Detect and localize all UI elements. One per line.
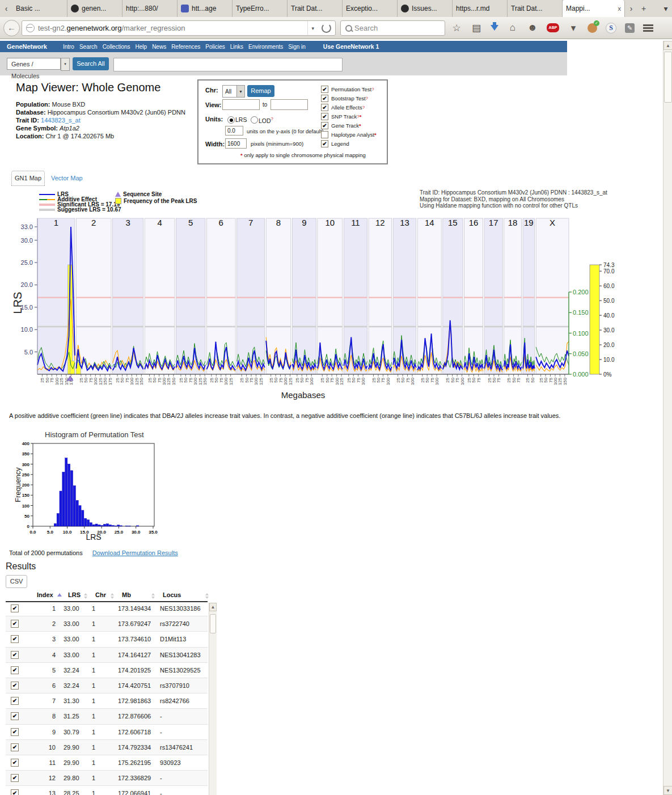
table-scrollbar[interactable]: ▲ bbox=[209, 603, 217, 795]
sort-asc-icon[interactable] bbox=[57, 593, 62, 597]
tab-vector-map[interactable]: Vector Map bbox=[51, 175, 83, 181]
back-button[interactable]: ← bbox=[3, 20, 20, 36]
bookmark-star-icon[interactable]: ☆ bbox=[451, 22, 462, 34]
tab-scroll-left-button[interactable]: ‹ bbox=[0, 0, 12, 17]
checkbox-haplotype-analyst[interactable] bbox=[321, 131, 328, 138]
nav-item-links[interactable]: Links bbox=[230, 44, 243, 50]
page-scrollbar[interactable]: ▲ ▼ bbox=[663, 41, 672, 795]
nav-item-policies[interactable]: Policies bbox=[205, 44, 225, 50]
help-icon[interactable]: ? bbox=[366, 96, 368, 101]
menu-hamburger-icon[interactable] bbox=[643, 24, 653, 32]
column-header-chr[interactable]: Chr bbox=[95, 591, 106, 598]
width-input[interactable] bbox=[225, 138, 247, 149]
browser-tab[interactable]: genen... bbox=[67, 0, 122, 17]
row-checkbox[interactable]: ✔ bbox=[11, 635, 19, 643]
adblock-caret-icon[interactable]: ▾ bbox=[568, 22, 579, 34]
lod-radio[interactable] bbox=[251, 116, 258, 124]
page-scroll-down-icon[interactable]: ▼ bbox=[663, 786, 672, 795]
row-checkbox[interactable]: ✔ bbox=[11, 774, 19, 782]
global-search-input[interactable] bbox=[113, 58, 343, 71]
nav-item-search[interactable]: Search bbox=[79, 44, 98, 50]
column-header-locus[interactable]: Locus bbox=[163, 591, 181, 598]
use-genenetwork1-link[interactable]: Use GeneNetwork 1 bbox=[323, 43, 379, 50]
column-header-index[interactable]: Index bbox=[37, 591, 53, 598]
sort-icon[interactable] bbox=[205, 593, 209, 599]
browser-tab[interactable]: Issues... bbox=[398, 0, 453, 17]
bookmarks-clipboard-icon[interactable]: ▤ bbox=[471, 22, 482, 34]
row-checkbox[interactable]: ✔ bbox=[11, 697, 19, 705]
checkbox-permutation-test[interactable]: ✔ bbox=[321, 86, 328, 93]
sort-icon[interactable] bbox=[151, 593, 155, 599]
row-checkbox[interactable]: ✔ bbox=[11, 712, 19, 720]
s-extension-icon[interactable]: S bbox=[606, 23, 616, 33]
row-checkbox[interactable]: ✔ bbox=[11, 789, 19, 795]
chromosome-select[interactable]: All▼ bbox=[222, 85, 245, 98]
search-category-caret[interactable]: ▾ bbox=[61, 58, 70, 71]
url-bar[interactable]: test-gn2.genenetwork.org/marker_regressi… bbox=[22, 20, 336, 36]
remap-button[interactable]: Remap bbox=[247, 85, 274, 97]
browser-tab-active[interactable]: Mappi...x bbox=[563, 0, 625, 17]
row-checkbox[interactable]: ✔ bbox=[11, 604, 19, 612]
column-header-mb[interactable]: Mb bbox=[122, 591, 131, 598]
checkbox-gene-track[interactable]: ✔ bbox=[321, 122, 328, 129]
column-header-lrs[interactable]: LRS bbox=[68, 591, 81, 598]
search-category-select[interactable]: Genes / Molecules bbox=[7, 58, 61, 70]
checkbox-bootstrap-test[interactable]: ✔ bbox=[321, 95, 328, 102]
row-checkbox[interactable]: ✔ bbox=[11, 651, 19, 659]
row-checkbox[interactable]: ✔ bbox=[11, 759, 19, 767]
row-checkbox[interactable]: ✔ bbox=[11, 743, 19, 751]
tab-gn1-map[interactable]: GN1 Map bbox=[11, 171, 45, 186]
close-icon[interactable]: x bbox=[618, 5, 622, 12]
checkbox-snp-track[interactable]: ✔ bbox=[321, 113, 328, 120]
sort-icon[interactable] bbox=[111, 593, 115, 599]
view-to-input[interactable] bbox=[271, 99, 308, 110]
help-icon[interactable]: ? bbox=[362, 105, 365, 110]
home-icon[interactable]: ⌂ bbox=[507, 22, 518, 33]
nav-item-sign-in[interactable]: Sign in bbox=[288, 44, 306, 50]
site-identity-icon[interactable] bbox=[26, 24, 35, 32]
browser-search-field[interactable]: Search bbox=[340, 20, 445, 36]
csv-button[interactable]: CSV bbox=[6, 575, 27, 588]
table-scrollbar-thumb[interactable] bbox=[210, 614, 216, 633]
genenetwork-brand[interactable]: GeneNetwork bbox=[7, 43, 47, 50]
browser-tab[interactable]: Basic ... bbox=[12, 0, 67, 17]
view-from-input[interactable] bbox=[222, 99, 260, 110]
new-tab-button[interactable]: + bbox=[637, 0, 650, 17]
tab-overflow-button[interactable]: › bbox=[625, 0, 637, 17]
row-checkbox[interactable]: ✔ bbox=[11, 682, 19, 690]
browser-tab[interactable]: Trait Dat... bbox=[288, 0, 343, 17]
download-permutation-link[interactable]: Download Permutation Results bbox=[92, 549, 178, 556]
checkbox-allele-effects[interactable]: ✔ bbox=[321, 104, 328, 111]
browser-tab[interactable]: htt...age bbox=[177, 0, 233, 17]
table-scroll-up-icon[interactable]: ▲ bbox=[209, 603, 217, 611]
help-icon[interactable]: ? bbox=[371, 87, 374, 92]
row-checkbox[interactable]: ✔ bbox=[11, 666, 19, 674]
row-checkbox[interactable]: ✔ bbox=[11, 728, 19, 736]
nav-item-intro[interactable]: Intro bbox=[63, 44, 74, 50]
trait-id-link[interactable]: 1443823_s_at bbox=[41, 117, 81, 124]
nav-item-references[interactable]: References bbox=[171, 44, 200, 50]
nav-item-news[interactable]: News bbox=[152, 44, 166, 50]
search-all-button[interactable]: Search All bbox=[73, 57, 109, 70]
page-scrollbar-thumb[interactable] bbox=[664, 52, 672, 103]
downloads-arrow-icon[interactable] bbox=[491, 25, 498, 31]
browser-tab[interactable]: http:...880/ bbox=[122, 0, 177, 17]
help-icon[interactable]: ? bbox=[271, 116, 273, 121]
checkbox-legend[interactable]: ✔ bbox=[321, 140, 328, 147]
sort-icon[interactable] bbox=[84, 593, 88, 599]
edit-extension-icon[interactable]: ✎ bbox=[625, 23, 635, 33]
url-dropdown-caret[interactable]: ▾ bbox=[307, 21, 318, 35]
row-checkbox[interactable]: ✔ bbox=[11, 620, 19, 628]
adblock-plus-icon[interactable]: ABP bbox=[547, 23, 559, 32]
page-scroll-up-icon[interactable]: ▲ bbox=[663, 41, 672, 50]
cookie-manager-icon[interactable] bbox=[588, 23, 597, 33]
browser-tab[interactable]: https...r.md bbox=[453, 0, 508, 17]
reload-icon[interactable] bbox=[322, 23, 331, 33]
nav-item-collections[interactable]: Collections bbox=[103, 44, 130, 50]
browser-tab[interactable]: Trait Dat... bbox=[508, 0, 563, 17]
y-units-input[interactable] bbox=[225, 126, 243, 136]
browser-tab[interactable]: TypeErro... bbox=[233, 0, 288, 17]
lrs-radio[interactable] bbox=[227, 116, 235, 124]
nav-item-environments[interactable]: Environments bbox=[248, 44, 283, 50]
browser-tab[interactable]: Exceptio... bbox=[343, 0, 398, 17]
